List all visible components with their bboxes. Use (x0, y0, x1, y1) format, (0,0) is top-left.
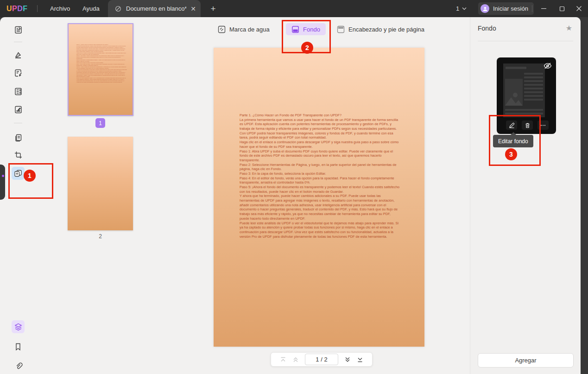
menu-archivo[interactable]: Archivo (50, 0, 70, 17)
workspace: Parte 1. ¿Cómo Hacer un Fondo de PDF Tra… (0, 17, 581, 374)
thumbnail-page-1-number: 1 (95, 118, 105, 128)
watermark-label: Marca de agua (229, 26, 270, 33)
divider (14, 123, 22, 123)
panel-title: Fondo (478, 25, 496, 32)
thumbnail-page-1-text: Parte 1. ¿Cómo Hacer un Fondo de PDF Tra… (76, 44, 127, 83)
thumbnail-page-2[interactable] (68, 137, 133, 230)
crop-icon (14, 151, 23, 159)
annotate-marker-icon (13, 51, 23, 60)
sidebar-item-organize[interactable] (12, 85, 25, 98)
annotation-step-1: 1 (24, 170, 36, 182)
tab-count-dropdown[interactable]: 1 (456, 0, 467, 17)
page-navigation-bar (271, 352, 373, 367)
thumbnail-page-1[interactable]: Parte 1. ¿Cómo Hacer un Fondo de PDF Tra… (68, 23, 133, 116)
annotation-step-3: 3 (505, 148, 517, 160)
sidebar-item-edit[interactable] (12, 66, 25, 79)
background-preview-thumbnail (503, 63, 545, 117)
divider (14, 42, 22, 42)
annotation-step-2: 2 (301, 42, 313, 54)
watermark-icon (218, 25, 226, 33)
prev-page-icon[interactable] (292, 356, 299, 363)
edit-document-icon (14, 69, 23, 77)
notch-dot (2, 175, 4, 177)
page-number-input[interactable] (305, 354, 338, 365)
divider (478, 41, 573, 41)
divider (532, 5, 532, 12)
pages-copy-icon (14, 133, 23, 142)
tab-title: Documento en blanco* (126, 5, 186, 12)
sidebar-item-attachment[interactable] (12, 359, 25, 372)
chevron-down-icon (462, 7, 467, 10)
document-tab[interactable]: Documento en blanco* ✕ (108, 0, 201, 17)
next-page-icon[interactable] (344, 356, 351, 363)
sidebar-item-crop[interactable] (12, 148, 25, 161)
bookmark-icon (14, 342, 22, 351)
header-footer-button[interactable]: Encabezado y pie de página (337, 23, 424, 35)
updf-logo: UPDF (6, 0, 28, 17)
organize-pages-icon (14, 87, 23, 96)
reader-icon (14, 25, 23, 34)
divider (37, 5, 38, 12)
tab-count-value: 1 (456, 5, 459, 12)
sidebar-item-fill-sign[interactable] (12, 103, 25, 116)
login-label: Iniciar sesión (493, 5, 528, 12)
last-page-icon[interactable] (357, 356, 363, 363)
header-footer-label: Encabezado y pie de página (348, 26, 424, 33)
paperclip-icon (14, 361, 23, 370)
blank-document-icon (114, 5, 122, 13)
title-bar: UPDF Archivo Ayuda Documento en blanco* … (0, 0, 588, 17)
eye-off-icon[interactable] (541, 59, 554, 72)
document-page[interactable]: Parte 1. ¿Cómo Hacer un Fondo de PDF Tra… (214, 48, 424, 347)
add-background-button[interactable]: Agregar (478, 353, 574, 368)
more-ellipsis-icon (540, 122, 546, 128)
thumbnail-page-2-number: 2 (68, 233, 133, 240)
sidebar-item-annotate[interactable] (12, 49, 25, 62)
sidebar-item-layers[interactable] (12, 320, 25, 333)
watermark-button[interactable]: Marca de agua (218, 23, 270, 35)
sidebar-item-reader[interactable] (12, 23, 25, 36)
menu-ayuda[interactable]: Ayuda (82, 0, 100, 17)
maximize-icon[interactable] (555, 0, 569, 17)
header-footer-icon (337, 25, 345, 33)
close-tab-icon[interactable]: ✕ (190, 6, 196, 12)
star-icon[interactable]: ★ (566, 24, 572, 32)
document-text: Parte 1. ¿Cómo Hacer un Fondo de PDF Tra… (240, 113, 400, 239)
sidebar-item-pages[interactable] (12, 131, 25, 144)
login-button[interactable]: Iniciar sesión (478, 2, 534, 15)
panel-collapse-handle[interactable] (0, 165, 5, 200)
sidebar-item-bookmark[interactable] (12, 340, 25, 353)
layers-icon (14, 323, 23, 331)
user-avatar-icon (481, 4, 489, 13)
new-tab-button[interactable]: + (208, 3, 219, 14)
fill-sign-icon (14, 105, 23, 114)
background-panel: Fondo ★ (470, 17, 581, 374)
window-close-icon[interactable] (572, 0, 586, 17)
preview-image-placeholder (505, 79, 523, 106)
minimize-icon[interactable] (537, 0, 550, 17)
first-page-icon[interactable] (280, 356, 286, 363)
